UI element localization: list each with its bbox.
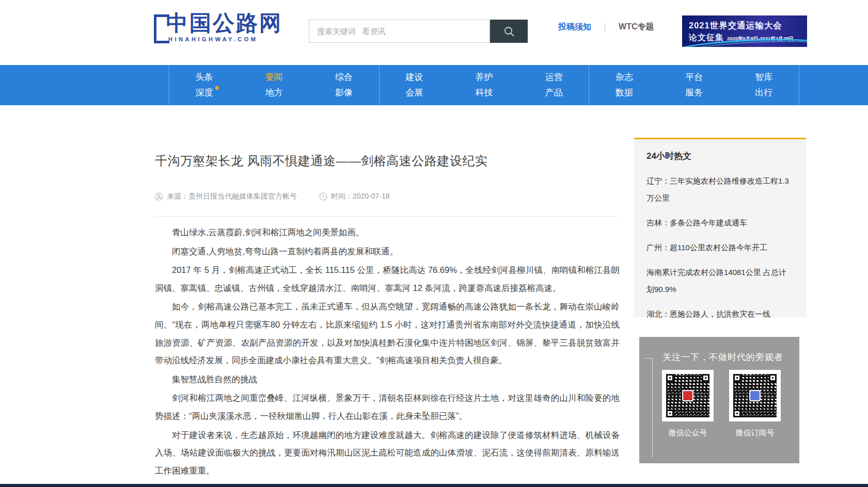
search-button[interactable]	[490, 20, 528, 43]
qr-center-logo	[682, 390, 693, 401]
qrcode-pattern	[733, 374, 777, 417]
footer-strip	[0, 484, 868, 487]
nav-item-headlines[interactable]: 头条	[196, 72, 213, 83]
wtc-banner-ad[interactable]: 2021世界交通运输大会 论文征集 2020年5月8日-2021年2月28日	[682, 15, 807, 47]
nav-col-7: 杂志 数据	[589, 65, 659, 105]
qr-finder-mark	[733, 410, 741, 417]
nav-item-magazine[interactable]: 杂志	[616, 72, 633, 83]
qr-finder-mark	[733, 374, 741, 382]
nav-item-exhibition[interactable]: 会展	[405, 88, 423, 98]
nav-item-data[interactable]: 数据	[616, 88, 633, 98]
nav-item-services[interactable]: 服务	[685, 88, 703, 98]
nav-item-key-news[interactable]: 要闻	[265, 72, 283, 83]
banner-title: 2021世界交通运输大会	[689, 20, 807, 31]
nav-col-4: 建设 会展	[380, 65, 449, 105]
page: 中国公路网 HINAHIGHWAY.COM 投稿须知 | WTC专题 2021世…	[0, 0, 868, 487]
nav-item-local[interactable]: 地方	[265, 88, 283, 98]
site-logo[interactable]: 中国公路网 HINAHIGHWAY.COM	[154, 11, 282, 43]
nav-item-maintenance[interactable]: 养护	[475, 72, 493, 83]
article-source: 来源：贵州日报当代融媒体集团官方帐号	[155, 192, 297, 201]
nav-col-2: 要闻 地方	[239, 65, 309, 105]
article-paragraph: 2017 年 5 月，剑榕高速正式动工，全长 115.115 公里，桥隧比高达 …	[155, 261, 620, 297]
link-separator: |	[604, 22, 606, 31]
new-badge-dot	[215, 86, 219, 90]
follow-title: 关注一下，不做时代的旁观者	[662, 351, 783, 363]
article-meta: 来源：贵州日报当代融媒体集团官方帐号 时间：2020-07-18	[155, 192, 620, 202]
qrcode-wechat-official-account	[662, 370, 714, 421]
search-bar	[309, 20, 528, 43]
qr-finder-mark	[769, 374, 777, 382]
nav-item-products[interactable]: 产品	[545, 88, 563, 98]
hot-articles-title: 24小时热文	[646, 150, 794, 162]
main-nav: 头条 深度 要闻 地方 综合 影像 建设 会展 养护 科技 运营 产品	[0, 65, 868, 105]
article-title: 千沟万壑架长龙 风雨不惧建通途——剑榕高速公路建设纪实	[155, 153, 620, 169]
qr-finder-mark	[666, 374, 674, 382]
article-paragraph: 闭塞交通,人穷地贫,弯弯山路一直制约着两县的发展和联通。	[155, 242, 620, 261]
corner-line-decoration	[645, 358, 653, 359]
logo-text: 中国公路网	[166, 11, 282, 35]
search-input[interactable]	[309, 20, 490, 43]
article: 千沟万壑架长龙 风雨不惧建通途——剑榕高速公路建设纪实 来源：贵州日报当代融媒体…	[155, 153, 620, 487]
nav-col-9: 智库 出行	[729, 65, 799, 105]
hot-article-link[interactable]: 辽宁：三年实施农村公路维修改造工程1.3万公里	[646, 172, 794, 206]
nav-item-depth[interactable]: 深度	[196, 88, 213, 98]
qr-center-logo	[749, 390, 761, 401]
search-icon	[503, 25, 515, 38]
qr-label-subscription: 微信订阅号	[729, 428, 781, 438]
nav-col-8: 平台 服务	[659, 65, 729, 105]
logo-subtext: HINAHIGHWAY.COM	[168, 36, 282, 42]
hot-articles-box: 24小时热文 辽宁：三年实施农村公路维修改造工程1.3万公里 吉林：多条公路今年…	[634, 138, 806, 317]
nav-item-construction[interactable]: 建设	[405, 72, 423, 83]
nav-item-video[interactable]: 影像	[335, 88, 353, 98]
hot-article-link[interactable]: 湖北：恩施公路人，抗洪救灾在一线	[646, 305, 794, 322]
qr-label-official: 微信公众号	[662, 428, 714, 438]
article-divider	[155, 216, 620, 217]
follow-box: 关注一下，不做时代的旁观者 微信公众号 微信订阅号	[639, 337, 799, 463]
qrcode-pattern	[666, 374, 709, 417]
qr-finder-mark	[666, 410, 674, 417]
nav-divider	[799, 65, 799, 105]
article-time: 时间：2020-07-18	[319, 192, 390, 201]
nav-col-5: 养护 科技	[449, 65, 519, 105]
article-paragraph: 如今，剑榕高速公路已基本完工，虽未正式通车，但从高空眺望，宽阔通畅的高速公路犹如…	[155, 298, 620, 369]
nav-item-platform[interactable]: 平台	[685, 72, 703, 83]
nav-item-travel[interactable]: 出行	[755, 88, 772, 98]
article-body: 青山绿水,云蒸霞蔚,剑河和榕江两地之间美景如画。 闭塞交通,人穷地贫,弯弯山路一…	[155, 223, 620, 487]
header-links: 投稿须知 | WTC专题	[558, 22, 654, 33]
hot-article-link[interactable]: 广州：超110公里农村公路今年开工	[646, 239, 794, 256]
site-header: 中国公路网 HINAHIGHWAY.COM 投稿须知 | WTC专题 2021世…	[0, 0, 868, 65]
corner-line-decoration	[652, 358, 653, 458]
clock-icon	[319, 192, 327, 201]
nav-col-1: 头条 深度	[169, 65, 239, 105]
link-submission-notice[interactable]: 投稿须知	[558, 22, 591, 31]
article-paragraph: 对于建设者来说，生态越原始，环境越幽闭的地方建设难度就越大。剑榕高速的建设除了便…	[155, 426, 620, 480]
nav-item-technology[interactable]: 科技	[475, 88, 493, 98]
qr-finder-mark	[702, 374, 709, 382]
nav-item-thinktank[interactable]: 智库	[755, 72, 772, 83]
article-paragraph: 青山绿水,云蒸霞蔚,剑河和榕江两地之间美景如画。	[155, 223, 620, 241]
author-icon	[155, 192, 163, 201]
qrcode-wechat-subscription	[729, 370, 781, 421]
nav-item-comprehensive[interactable]: 综合	[335, 72, 353, 83]
nav-col-3: 综合 影像	[309, 65, 378, 105]
article-paragraph: 集智慧战胜自然的挑战	[155, 370, 620, 388]
nav-item-operation[interactable]: 运营	[545, 72, 563, 83]
hot-article-link[interactable]: 海南累计完成农村公路14081公里 占总计划90.9%	[646, 264, 794, 298]
article-paragraph: 剑河和榕江两地之间重峦叠嶂、江河纵横、景象万千，清朝名臣林则徐在行经这片土地，对…	[155, 389, 620, 425]
link-wtc-special[interactable]: WTC专题	[619, 22, 654, 31]
hot-article-link[interactable]: 吉林：多条公路今年建成通车	[646, 214, 794, 231]
nav-col-6: 运营 产品	[519, 65, 589, 105]
